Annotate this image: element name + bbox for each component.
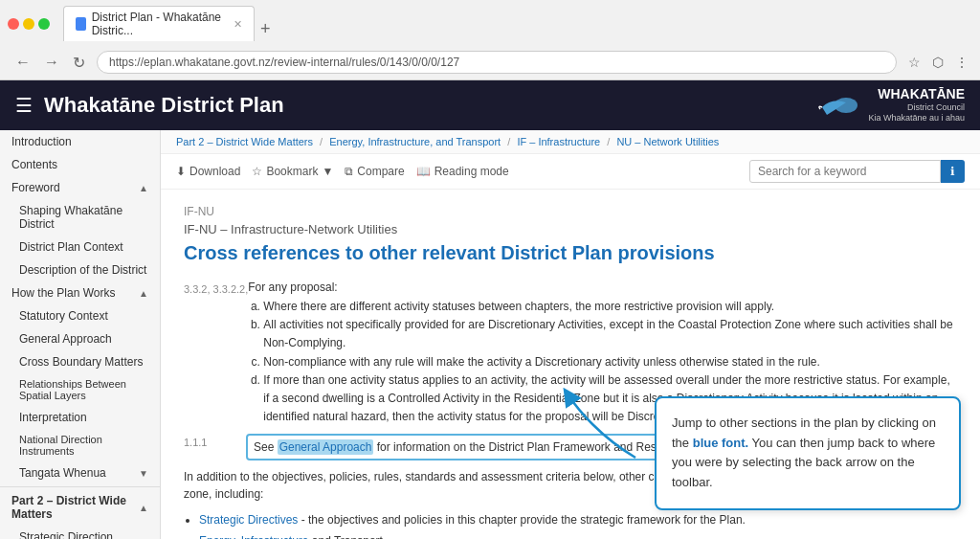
section-subtitle: IF-NU – Infrastructure-Network Utilities xyxy=(184,222,957,236)
sidebar-item-introduction[interactable]: Introduction xyxy=(0,130,160,153)
refresh-button[interactable]: ↻ xyxy=(69,52,89,74)
browser-nav: ← → ↻ xyxy=(11,52,89,74)
download-button[interactable]: ⬇ Download xyxy=(176,165,240,178)
breadcrumb-energy[interactable]: Energy, Infrastructure, and Transport xyxy=(329,136,501,147)
bookmark-button[interactable]: ☆ Bookmark ▼ xyxy=(252,165,333,178)
main-area: Introduction Contents Foreword▲ Shaping … xyxy=(0,130,980,539)
sidebar: Introduction Contents Foreword▲ Shaping … xyxy=(0,130,161,539)
browser-titlebar: District Plan - Whakatāne Distric... ✕ + xyxy=(0,0,980,47)
logo-bird-icon xyxy=(813,88,860,123)
logo-subtitle1: District Council xyxy=(868,102,965,114)
sidebar-item-foreword[interactable]: Foreword▲ xyxy=(0,176,160,199)
extensions-icon[interactable]: ⬡ xyxy=(928,53,947,72)
sidebar-item-tangata[interactable]: Tangata Whenua▼ xyxy=(0,461,160,484)
general-approach-link[interactable]: General Approach xyxy=(278,439,374,455)
tab-favicon xyxy=(76,17,86,31)
list-item-b: All activities not specifically provided… xyxy=(263,316,957,352)
sidebar-item-how-plan-works[interactable]: How the Plan Works▲ xyxy=(0,281,160,304)
browser-tabbar: District Plan - Whakatāne Distric... ✕ + xyxy=(56,6,284,41)
tooltip-popup: Jump to other sections in the plan by cl… xyxy=(655,396,961,510)
search-button[interactable]: ℹ xyxy=(941,160,965,183)
breadcrumb-sep2: / xyxy=(507,136,513,147)
bookmark-icon: ☆ xyxy=(252,165,262,178)
ref-number-2: 1.1.1 xyxy=(184,434,246,460)
hamburger-menu-button[interactable]: ☰ xyxy=(15,94,33,117)
browser-chrome: District Plan - Whakatāne Distric... ✕ +… xyxy=(0,0,980,80)
tab-title: District Plan - Whakatāne Distric... xyxy=(92,11,224,37)
toolbar: ⬇ Download ☆ Bookmark ▼ ⧉ Compare 📖 Read… xyxy=(161,154,980,190)
list-item-a: Where there are different activity statu… xyxy=(263,298,957,316)
address-bar[interactable]: https://eplan.whakatane.govt.nz/review-i… xyxy=(97,51,897,74)
header-title: Whakatāne District Plan xyxy=(44,93,813,118)
chevron-icon: ▲ xyxy=(139,183,148,193)
logo-text: WHAKATĀNE District Council Kia Whakatāne… xyxy=(868,86,965,124)
maximize-window-btn[interactable] xyxy=(38,18,50,30)
sidebar-item-description[interactable]: Description of the District xyxy=(0,258,160,281)
sidebar-item-shaping[interactable]: Shaping Whakatāne District xyxy=(0,199,160,236)
logo-subtitle2: Kia Whakatāne au i ahau xyxy=(868,113,965,124)
breadcrumb: Part 2 – District Wide Matters / Energy,… xyxy=(161,130,980,154)
app-container: ☰ Whakatāne District Plan WHAKATĀNE Dist… xyxy=(0,80,980,539)
sidebar-item-cross-boundary[interactable]: Cross Boundary Matters xyxy=(0,350,160,373)
menu-dots-icon[interactable]: ⋮ xyxy=(951,53,972,72)
breadcrumb-sep1: / xyxy=(320,136,325,147)
breadcrumb-nu[interactable]: NU – Network Utilities xyxy=(616,136,719,147)
browser-controls xyxy=(8,18,50,30)
compare-button[interactable]: ⧉ Compare xyxy=(345,165,404,178)
toolbar-search: ℹ xyxy=(749,160,965,183)
tooltip-highlight: blue font. xyxy=(693,436,749,450)
reading-mode-button[interactable]: 📖 Reading mode xyxy=(416,165,509,178)
download-icon: ⬇ xyxy=(176,165,186,178)
para2-pre: See xyxy=(254,440,278,454)
main-links-list: Strategic Directives - the objectives an… xyxy=(199,510,957,539)
sidebar-item-interpretation[interactable]: Interpretation xyxy=(0,406,160,429)
para1-text: For any proposal: xyxy=(248,281,957,294)
link-strategic: Strategic Directives - the objectives an… xyxy=(199,510,957,531)
main-title: Cross references to other relevant Distr… xyxy=(184,240,957,265)
sidebar-item-contents[interactable]: Contents xyxy=(0,153,160,176)
breadcrumb-part2[interactable]: Part 2 – District Wide Matters xyxy=(176,136,313,147)
bookmark-chevron: ▼ xyxy=(322,165,333,178)
section-id: IF-NU xyxy=(184,205,957,218)
back-button[interactable]: ← xyxy=(11,52,34,73)
sidebar-item-part2[interactable]: Part 2 – District Wide Matters▲ xyxy=(0,489,160,526)
sidebar-item-relationships[interactable]: Relationships Between Spatial Layers xyxy=(0,373,160,406)
forward-button[interactable]: → xyxy=(40,52,63,73)
reading-icon: 📖 xyxy=(416,165,431,178)
app-header: ☰ Whakatāne District Plan WHAKATĀNE Dist… xyxy=(0,80,980,130)
strategic-directives-link[interactable]: Strategic Directives xyxy=(199,513,298,527)
link-energy: Energy, Infrastructure and Transport Inf… xyxy=(199,531,957,539)
new-tab-button[interactable]: + xyxy=(255,17,277,41)
close-window-btn[interactable] xyxy=(8,18,19,30)
chevron-icon-4: ▲ xyxy=(139,503,148,513)
annotation-arrow xyxy=(554,386,650,462)
sidebar-item-statutory[interactable]: Statutory Context xyxy=(0,304,160,327)
sidebar-item-strategic[interactable]: Strategic Direction xyxy=(0,526,160,539)
chevron-icon-3: ▼ xyxy=(139,468,148,479)
browser-action-buttons: ☆ ⬡ ⋮ xyxy=(904,53,972,72)
content-area: Part 2 – District Wide Matters / Energy,… xyxy=(161,130,980,539)
sidebar-item-national-direction[interactable]: National Direction Instruments xyxy=(0,429,160,461)
minimize-window-btn[interactable] xyxy=(23,18,34,30)
breadcrumb-sep3: / xyxy=(607,136,612,147)
search-input[interactable] xyxy=(749,160,941,183)
bookmark-star-icon[interactable]: ☆ xyxy=(904,53,924,72)
logo-name: WHAKATĀNE xyxy=(868,86,965,102)
tab-close-icon[interactable]: ✕ xyxy=(234,18,242,31)
header-logo: WHAKATĀNE District Council Kia Whakatāne… xyxy=(813,86,965,124)
sidebar-divider xyxy=(0,486,160,487)
sidebar-item-general-approach[interactable]: General Approach xyxy=(0,327,160,350)
doc-content: IF-NU IF-NU – Infrastructure-Network Uti… xyxy=(161,190,980,539)
breadcrumb-if[interactable]: IF – Infrastructure xyxy=(517,136,600,147)
sidebar-item-dp-context[interactable]: District Plan Context xyxy=(0,236,160,258)
ref-number-1: 3.3.2, 3.3.2.2, xyxy=(184,281,248,426)
compare-icon: ⧉ xyxy=(345,165,353,178)
chevron-icon-2: ▲ xyxy=(139,288,148,299)
list-item-c: Non-compliance with any rule will make t… xyxy=(263,353,957,371)
address-row: ← → ↻ https://eplan.whakatane.govt.nz/re… xyxy=(0,47,980,79)
browser-tab[interactable]: District Plan - Whakatāne Distric... ✕ xyxy=(63,6,255,41)
energy-link[interactable]: Energy, Infrastructure xyxy=(199,534,309,539)
